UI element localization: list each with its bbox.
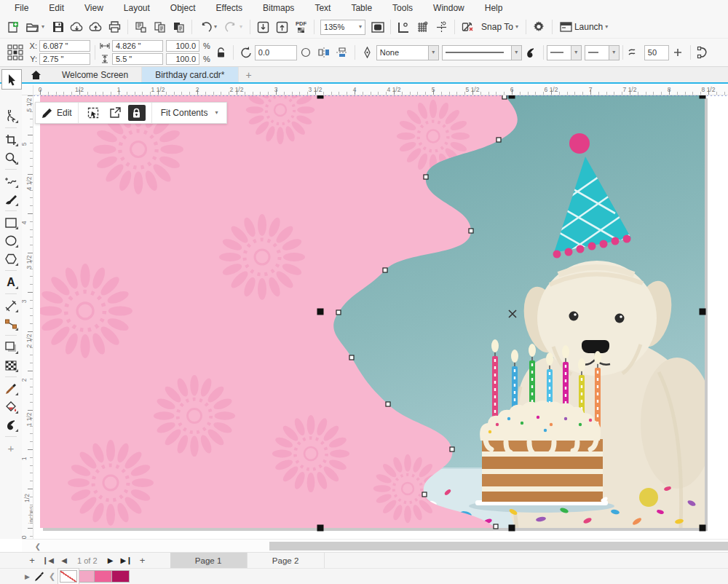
guidelines-toggle-icon[interactable] bbox=[432, 18, 451, 36]
tab-birthday-card[interactable]: Birthday card.cdr* bbox=[142, 67, 238, 82]
calligraphy-icon[interactable] bbox=[522, 44, 540, 61]
stepper-plus-icon[interactable] bbox=[669, 44, 687, 61]
menu-window[interactable]: Window bbox=[423, 1, 475, 15]
menu-edit[interactable]: Edit bbox=[39, 1, 74, 15]
tool-ellipse[interactable] bbox=[1, 232, 20, 250]
lock-contents-icon[interactable] bbox=[128, 105, 146, 121]
tool-connector[interactable] bbox=[1, 315, 20, 333]
horizontal-scrollbar[interactable]: ❮ bbox=[22, 539, 728, 552]
tool-color-eyedropper[interactable] bbox=[1, 379, 20, 398]
page-artwork[interactable] bbox=[33, 95, 728, 539]
tab-welcome-screen[interactable]: Welcome Screen bbox=[49, 67, 142, 82]
outline-width-dropdown[interactable]: None bbox=[376, 45, 429, 60]
scale-h-field[interactable]: 100.0 bbox=[166, 40, 199, 52]
add-page-before-button[interactable]: + bbox=[25, 553, 39, 568]
tool-shape[interactable] bbox=[1, 107, 20, 125]
next-page-button[interactable]: ▶ bbox=[103, 553, 118, 568]
rotation-angle-field[interactable]: 0.0 bbox=[255, 45, 297, 60]
tool-polygon[interactable] bbox=[1, 250, 20, 268]
tab-page-1[interactable]: Page 1 bbox=[170, 553, 248, 568]
object-position-widget[interactable] bbox=[4, 44, 26, 61]
tool-crop[interactable] bbox=[1, 130, 20, 149]
tool-rectangle[interactable] bbox=[1, 213, 20, 232]
tool-interactive-fill[interactable] bbox=[1, 398, 20, 416]
mirror-vertical-icon[interactable] bbox=[333, 44, 352, 61]
tool-drop-shadow[interactable] bbox=[1, 338, 20, 356]
export-icon[interactable] bbox=[273, 18, 291, 36]
save-icon[interactable] bbox=[49, 18, 67, 36]
tool-text[interactable]: A bbox=[1, 273, 20, 291]
chevron-down-icon[interactable]: ▾ bbox=[571, 45, 582, 60]
color-eyedropper-icon[interactable] bbox=[34, 571, 44, 582]
add-page-after-button[interactable]: + bbox=[135, 553, 150, 568]
cloud-upload-icon[interactable] bbox=[87, 18, 105, 36]
import-icon[interactable] bbox=[254, 18, 272, 36]
zoom-level-combo[interactable]: 135% ▾ bbox=[320, 20, 365, 35]
contour-offset-field[interactable]: 50 bbox=[644, 45, 669, 60]
menu-effects[interactable]: Effects bbox=[206, 1, 253, 15]
edit-button[interactable]: Edit bbox=[36, 103, 79, 123]
horizontal-ruler[interactable]: 01/211 1/222 1/233 1/244 1/255 1/266 1/2… bbox=[33, 85, 728, 95]
palette-expand-arrow[interactable]: ▶ bbox=[25, 573, 30, 580]
publish-to-pdf-icon[interactable]: PDF bbox=[292, 18, 310, 36]
scale-v-field[interactable]: 100.0 bbox=[166, 53, 199, 65]
new-document-tab-button[interactable]: + bbox=[239, 67, 259, 82]
last-page-button[interactable]: ▶❙ bbox=[119, 553, 134, 568]
menu-tools[interactable]: Tools bbox=[382, 1, 423, 15]
menu-text[interactable]: Text bbox=[304, 1, 341, 15]
scrollbar-thumb[interactable] bbox=[269, 542, 728, 551]
launch-dropdown[interactable]: Launch ▾ bbox=[556, 18, 612, 36]
menu-table[interactable]: Table bbox=[341, 1, 382, 15]
welcome-home-icon[interactable] bbox=[23, 67, 49, 82]
select-contents-icon[interactable] bbox=[84, 105, 102, 121]
tool-artistic-media[interactable] bbox=[1, 190, 20, 208]
object-height-field[interactable]: 5.5 " bbox=[112, 53, 163, 65]
cloud-download-icon[interactable] bbox=[68, 18, 86, 36]
start-arrowhead-dropdown[interactable] bbox=[547, 45, 571, 60]
snap-to-dropdown[interactable]: Snap To ▾ bbox=[478, 18, 522, 36]
swatch-no-color[interactable] bbox=[60, 570, 77, 583]
extract-contents-icon[interactable] bbox=[106, 105, 124, 121]
first-page-button[interactable]: ❙◀ bbox=[41, 553, 55, 568]
menu-layout[interactable]: Layout bbox=[114, 1, 160, 15]
menu-bitmaps[interactable]: Bitmaps bbox=[253, 1, 304, 15]
previous-page-button[interactable]: ◀ bbox=[57, 553, 71, 568]
angle-dial-icon[interactable] bbox=[297, 44, 315, 61]
rulers-toggle-icon[interactable] bbox=[395, 18, 413, 36]
chevron-down-icon[interactable]: ▾ bbox=[429, 45, 439, 60]
close-curve-icon[interactable] bbox=[694, 44, 712, 61]
full-screen-preview-icon[interactable] bbox=[368, 18, 387, 36]
chevron-down-icon[interactable]: ▾ bbox=[609, 45, 620, 60]
swatch-dark-pink[interactable] bbox=[112, 570, 130, 583]
tool-outline-pen[interactable] bbox=[1, 416, 20, 434]
undo-icon[interactable]: ▾ bbox=[196, 18, 221, 36]
drawing-canvas[interactable]: Edit Fit Contents ▾ bbox=[33, 95, 728, 539]
copy-icon[interactable] bbox=[151, 18, 169, 36]
tool-freehand[interactable] bbox=[1, 172, 20, 190]
y-position-field[interactable]: 2.75 " bbox=[39, 53, 90, 65]
object-width-field[interactable]: 4.826 " bbox=[112, 40, 163, 52]
end-arrowhead-dropdown[interactable] bbox=[585, 45, 609, 60]
chevron-down-icon[interactable]: ▾ bbox=[512, 45, 522, 60]
line-style-dropdown[interactable] bbox=[442, 45, 512, 60]
menu-file[interactable]: File bbox=[4, 1, 39, 15]
print-icon[interactable] bbox=[106, 18, 124, 36]
open-icon[interactable]: ▾ bbox=[23, 18, 48, 36]
menu-help[interactable]: Help bbox=[475, 1, 513, 15]
vertical-ruler[interactable]: 5 1/254 1/243 1/232 1/221 1/211/20 inche… bbox=[22, 95, 33, 539]
swatch-pink[interactable] bbox=[95, 570, 112, 583]
tool-parallel-dimension[interactable] bbox=[1, 296, 20, 315]
lock-ratio-icon[interactable] bbox=[212, 44, 230, 61]
grid-toggle-icon[interactable] bbox=[414, 18, 432, 36]
tool-transparency[interactable] bbox=[1, 356, 20, 374]
menu-view[interactable]: View bbox=[74, 1, 114, 15]
new-document-icon[interactable] bbox=[4, 18, 22, 36]
x-position-field[interactable]: 6.087 " bbox=[39, 40, 90, 52]
paste-special-icon[interactable] bbox=[132, 18, 150, 36]
tool-pick[interactable] bbox=[1, 69, 22, 90]
palette-scroll-left[interactable]: ❮ bbox=[49, 572, 55, 581]
fit-contents-dropdown[interactable]: Fit Contents ▾ bbox=[152, 103, 227, 123]
swatch-light-pink[interactable] bbox=[77, 570, 95, 583]
add-tool-button[interactable]: + bbox=[1, 439, 20, 457]
paste-icon[interactable] bbox=[170, 18, 188, 36]
